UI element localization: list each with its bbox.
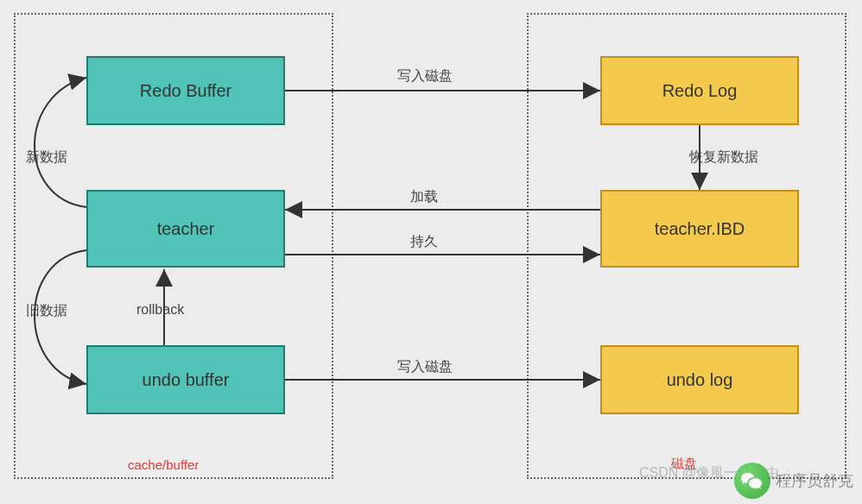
redo-buffer-text: Redo Buffer: [140, 81, 231, 101]
wechat-name: 程序员舒克: [776, 470, 853, 491]
edge-label-olddata: 旧数据: [26, 302, 67, 320]
cache-buffer-label: cache/buffer: [128, 457, 199, 472]
teacher-ibd-text: teacher.IBD: [655, 219, 745, 239]
edge-label-persist: 持久: [410, 233, 438, 251]
edge-label-restore: 恢复新数据: [689, 148, 758, 167]
edge-label-load: 加载: [410, 188, 438, 206]
undo-buffer-node: undo buffer: [86, 345, 285, 414]
undo-buffer-text: undo buffer: [143, 370, 230, 390]
edge-label-rollback: rollback: [136, 302, 184, 318]
teacher-node: teacher: [86, 190, 285, 268]
edge-label-undo-write: 写入磁盘: [397, 358, 453, 376]
wechat-icon: [734, 463, 770, 499]
teacher-text: teacher: [157, 219, 215, 239]
undo-log-node: undo log: [600, 345, 799, 414]
wechat-watermark: 程序员舒克: [734, 463, 853, 499]
teacher-ibd-node: teacher.IBD: [600, 190, 799, 268]
redo-log-node: Redo Log: [600, 56, 799, 125]
redo-log-text: Redo Log: [662, 81, 738, 101]
redo-buffer-node: Redo Buffer: [86, 56, 285, 125]
undo-log-text: undo log: [667, 370, 733, 390]
edge-label-newdata: 新数据: [26, 148, 67, 167]
edge-label-redo-write: 写入磁盘: [397, 67, 453, 85]
